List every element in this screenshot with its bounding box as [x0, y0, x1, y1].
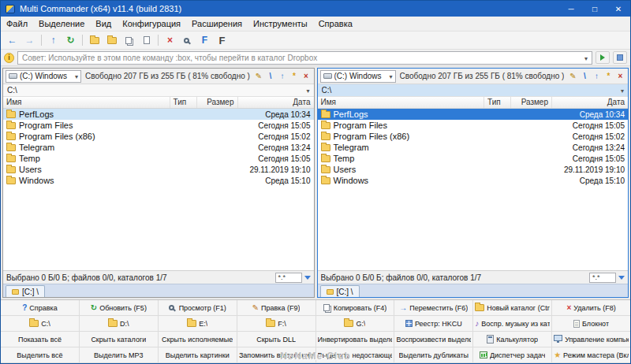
filter-input[interactable]: *.*	[589, 273, 616, 283]
root-icon[interactable]: \	[266, 72, 276, 80]
grid-button[interactable]: →Переместить (F6)	[394, 300, 472, 315]
column-header-name[interactable]: Имя	[318, 97, 485, 108]
grid-button[interactable]: Просмотр (F1)	[159, 300, 237, 315]
grid-button[interactable]: Скрыть DLL	[237, 332, 316, 347]
minimize-button[interactable]: ─	[559, 1, 583, 17]
grid-button[interactable]: ★Режим мастера (Вкл/Выкл)	[552, 347, 630, 362]
search-icon[interactable]	[179, 33, 196, 48]
grid-button[interactable]: Воспроизвести выделение	[394, 332, 472, 347]
file-row[interactable]: TelegramСегодня 13:24	[318, 142, 629, 153]
menu-view[interactable]: Вид	[90, 17, 117, 30]
column-header-type[interactable]: Тип	[170, 97, 197, 108]
file-row[interactable]: Program Files (x86)Сегодня 15:02	[3, 131, 314, 142]
menu-tools[interactable]: Инструменты	[248, 17, 313, 30]
file-row[interactable]: TelegramСегодня 13:24	[3, 142, 314, 153]
grid-button[interactable]: Скрыть каталоги	[80, 332, 158, 347]
history-chevron-icon[interactable]	[306, 86, 309, 95]
file-row[interactable]: Users29.11.2019 19:10	[3, 164, 314, 175]
up-icon[interactable]: ↑	[592, 72, 602, 80]
grid-button[interactable]: Калькулятор	[473, 332, 551, 347]
refresh-icon[interactable]: ↻	[62, 33, 79, 48]
drive-selector[interactable]: (C:) Windows	[320, 70, 396, 83]
copy-icon[interactable]	[121, 33, 137, 48]
grid-button[interactable]: Реестр: HKCU	[394, 316, 472, 331]
grid-button[interactable]: Запомнить выделение	[237, 347, 316, 362]
history-chevron-icon[interactable]	[621, 86, 624, 95]
close-button[interactable]: ✕	[607, 1, 630, 17]
panel-tab[interactable]: [C:] \	[6, 285, 45, 297]
panel-tab[interactable]: [C:] \	[320, 285, 360, 297]
grid-button[interactable]: Выделить дубликаты	[394, 347, 472, 362]
menu-file[interactable]: Файл	[1, 17, 33, 30]
column-header-size[interactable]: Размер	[197, 97, 238, 108]
menu-selection[interactable]: Выделение	[33, 17, 90, 30]
grid-button[interactable]: Выделить картинки	[159, 347, 237, 362]
chevron-down-icon[interactable]	[584, 54, 588, 62]
file-row[interactable]: Users29.11.2019 19:10	[318, 164, 629, 175]
grid-button[interactable]: F:\	[237, 316, 316, 331]
layout-button[interactable]	[613, 51, 627, 64]
file-row[interactable]: TempСегодня 15:05	[3, 153, 314, 164]
grid-button[interactable]: Скрыть исполняемые	[159, 332, 237, 347]
column-header-date[interactable]: Дата	[238, 97, 314, 108]
column-header-size[interactable]: Размер	[511, 97, 552, 108]
close-icon[interactable]: ×	[615, 72, 625, 80]
grid-button[interactable]: ♪Воспр. музыку из каталога	[473, 316, 551, 331]
folder-up-icon[interactable]: ↑	[45, 33, 62, 48]
file-row[interactable]: WindowsСреда 15:10	[3, 175, 314, 186]
maximize-button[interactable]: □	[583, 1, 607, 17]
file-row[interactable]: Program Files (x86)Сегодня 15:02	[318, 131, 629, 142]
grid-button[interactable]: C:\	[1, 316, 79, 331]
file-row[interactable]: WindowsСреда 15:10	[318, 175, 629, 186]
menu-help[interactable]: Справка	[313, 17, 358, 30]
command-input[interactable]: Совет: Используйте в этом поле команду :…	[17, 51, 592, 65]
column-header-date[interactable]: Дата	[552, 97, 628, 108]
grid-button[interactable]: Блокнот	[552, 316, 630, 331]
menu-configuration[interactable]: Конфигурация	[117, 17, 186, 30]
file-row[interactable]: Program FilesСегодня 15:05	[3, 120, 314, 131]
edit-icon[interactable]: ✎	[254, 72, 264, 80]
star-icon[interactable]: *	[603, 72, 614, 80]
grid-button[interactable]: Показать всё	[1, 332, 79, 347]
filter-input[interactable]: *.*	[275, 273, 302, 283]
drive-selector[interactable]: (C:) Windows	[6, 70, 81, 83]
edit-icon[interactable]: ✎	[568, 72, 578, 80]
file-row[interactable]: TempСегодня 15:05	[318, 153, 629, 164]
new-folder-icon[interactable]	[86, 33, 103, 48]
grid-button[interactable]: Управление компьютером	[552, 332, 630, 347]
back-icon[interactable]: ←	[4, 33, 21, 48]
grid-button[interactable]: Выделить MP3	[80, 347, 158, 362]
favorites-folder-icon[interactable]	[103, 33, 120, 48]
run-command-button[interactable]	[596, 51, 610, 64]
grid-button[interactable]: ?Справка	[1, 300, 79, 315]
menu-extensions[interactable]: Расширения	[186, 17, 248, 30]
grid-button[interactable]: Копировать (F4)	[316, 300, 394, 315]
file-row[interactable]: Program FilesСегодня 15:05	[318, 120, 629, 131]
grid-button[interactable]: D:\	[80, 316, 158, 331]
font-large-icon[interactable]: F	[214, 33, 230, 48]
grid-button[interactable]: ↻Обновить (F5)	[80, 300, 158, 315]
path-bar[interactable]: C:\	[318, 84, 629, 97]
forward-icon[interactable]: →	[21, 33, 38, 48]
grid-button[interactable]: Выделить всё	[1, 347, 79, 362]
grid-button[interactable]: Выделить недостающее	[316, 347, 394, 362]
root-icon[interactable]: \	[580, 72, 590, 80]
grid-button[interactable]: Инвертировать выделение	[316, 332, 394, 347]
document-icon[interactable]	[138, 33, 155, 48]
grid-button[interactable]: E:\	[159, 316, 237, 331]
path-bar[interactable]: C:\	[3, 84, 314, 97]
grid-button[interactable]: ✎Правка (F9)	[237, 300, 316, 315]
filter-icon[interactable]	[618, 276, 625, 280]
close-icon[interactable]: ×	[301, 72, 312, 80]
font-small-icon[interactable]: F	[196, 33, 213, 48]
grid-button[interactable]: ×Удалить (F8)	[552, 300, 630, 315]
file-row[interactable]: PerfLogsСреда 10:34	[3, 109, 314, 120]
grid-button[interactable]: Новый каталог (Ctrl+Shift+Alt+)	[473, 300, 551, 315]
star-icon[interactable]: *	[289, 72, 300, 80]
column-header-type[interactable]: Тип	[484, 97, 511, 108]
grid-button[interactable]: G:\	[316, 316, 394, 331]
up-icon[interactable]: ↑	[278, 72, 288, 80]
delete-icon[interactable]: ×	[162, 33, 178, 48]
file-row[interactable]: PerfLogsСреда 10:34	[318, 109, 629, 120]
filter-icon[interactable]	[304, 276, 311, 280]
